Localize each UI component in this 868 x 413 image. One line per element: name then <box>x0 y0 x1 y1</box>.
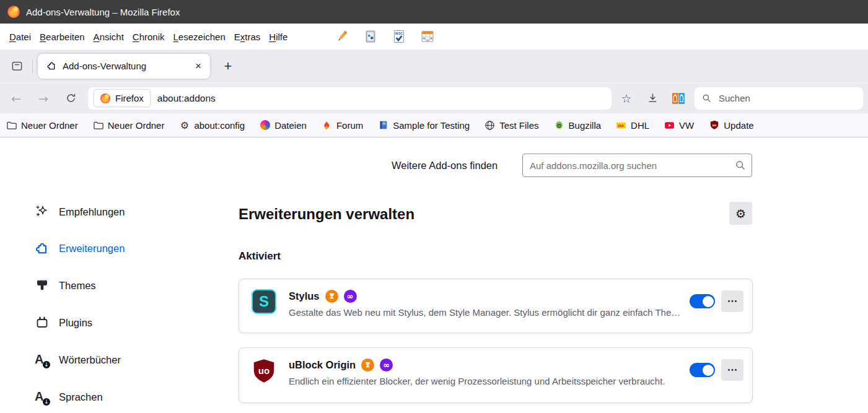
gear-icon: ⚙ <box>735 207 746 220</box>
addon-description: Endlich ein effizienter Blocker, der wen… <box>289 376 690 386</box>
forward-button[interactable]: → <box>32 88 55 109</box>
addon-more-options-button[interactable]: ••• <box>721 359 743 381</box>
bookmark-update[interactable]: uo Update <box>709 120 753 131</box>
settings-gear-button[interactable]: ⚙ <box>729 202 752 225</box>
stylus-addon-icon: S <box>252 289 276 315</box>
tab-title: Add-ons-Verwaltung <box>63 61 185 71</box>
tab-separator <box>32 59 33 73</box>
new-tab-button[interactable]: + <box>217 56 239 77</box>
menu-lesezeichen[interactable]: Lesezeichen <box>169 29 230 45</box>
bookmark-folder-1[interactable]: Neuer Ordner <box>6 120 78 131</box>
firefox-swirl-icon <box>260 120 270 131</box>
w3c-check-icon[interactable]: W3C <box>392 30 406 43</box>
tab-addons-manager[interactable]: Add-ons-Verwaltung × <box>38 54 210 79</box>
bookmark-forum[interactable]: Forum <box>322 120 363 131</box>
globe-icon <box>484 120 495 131</box>
bookmark-dateien[interactable]: Dateien <box>260 120 307 131</box>
addon-more-options-button[interactable]: ••• <box>721 290 743 312</box>
flame-icon <box>322 120 332 131</box>
addon-name: Stylus <box>289 290 320 302</box>
private-browsing-badge-icon: ∞ <box>344 290 357 303</box>
private-browsing-badge-icon: ∞ <box>380 359 393 372</box>
bookmark-vw[interactable]: VW <box>664 120 694 131</box>
firefox-view-button[interactable] <box>6 56 27 77</box>
bookmark-star-button[interactable]: ☆ <box>615 87 638 110</box>
page-title: Erweiterungen verwalten <box>239 203 414 225</box>
bookmark-folder-2[interactable]: Neuer Ordner <box>93 120 165 131</box>
book-icon <box>378 120 388 131</box>
svg-text:uo: uo <box>712 123 716 127</box>
dictionary-download-icon: A↓ <box>35 352 50 367</box>
bookmark-test-files[interactable]: Test Files <box>484 120 538 131</box>
bookmarks-toolbar: Neuer Ordner Neuer Ordner ⚙ about:config… <box>0 113 868 137</box>
tab-close-button[interactable]: × <box>190 58 206 74</box>
table-icon[interactable] <box>421 30 434 43</box>
bookmark-about-config[interactable]: ⚙ about:config <box>179 120 245 131</box>
dhl-icon: DHL <box>616 120 626 131</box>
find-addons-label: Weitere Add-ons finden <box>392 154 498 177</box>
svg-text:m: m <box>558 124 560 127</box>
downloads-button[interactable] <box>641 87 664 110</box>
sidebar-item-themes[interactable]: Themes <box>0 271 211 300</box>
sidebar-item-plugins[interactable]: Plugins <box>0 308 211 337</box>
menu-bar: Datei Bearbeiten Ansicht Chronik Lesezei… <box>0 24 868 50</box>
sparkle-icon <box>35 204 50 219</box>
clipboard-icon[interactable] <box>364 30 377 43</box>
title-bar: Add-ons-Verwaltung – Mozilla Firefox <box>0 0 868 24</box>
sidebar-item-label: Sprachen <box>59 391 103 403</box>
reload-icon <box>66 93 76 103</box>
site-identity-chip[interactable]: Firefox <box>94 90 150 107</box>
gear-icon: ⚙ <box>179 120 190 131</box>
trophy-badge-icon <box>361 359 374 372</box>
menu-chronik[interactable]: Chronik <box>128 29 169 45</box>
pencil-icon[interactable] <box>335 30 349 43</box>
menu-ansicht[interactable]: Ansicht <box>89 29 128 45</box>
batteries-extension-button[interactable] <box>667 87 690 110</box>
sidebar-item-label: Erweiterungen <box>59 243 125 254</box>
tab-bar: Add-ons-Verwaltung × + <box>0 50 868 82</box>
bug-icon: m <box>554 120 564 131</box>
reload-button[interactable] <box>59 88 82 109</box>
addon-description: Gestalte das Web neu mit Stylus, dem Sty… <box>289 307 690 318</box>
dictionary-download-icon: A↓ <box>35 389 50 404</box>
addon-name: uBlock Origin <box>289 359 356 371</box>
sidebar-item-label: Plugins <box>59 317 92 329</box>
menu-extras[interactable]: Extras <box>230 29 265 45</box>
enabled-section-label: Aktiviert <box>239 250 281 263</box>
url-bar[interactable]: Firefox about:addons <box>88 87 612 110</box>
menu-hilfe[interactable]: Hilfe <box>265 29 292 45</box>
addon-enable-toggle[interactable] <box>690 363 715 377</box>
back-button[interactable]: ← <box>5 88 27 109</box>
ublock-addon-icon: uo <box>252 358 276 384</box>
menu-bearbeiten[interactable]: Bearbeiten <box>35 29 89 45</box>
firefox-logo-icon <box>7 6 20 18</box>
toolbar-search-field[interactable] <box>695 87 863 110</box>
addons-manager-page: Weitere Add-ons finden Empfehlungen Erwe… <box>0 137 868 413</box>
bookmark-sample-for-testing[interactable]: Sample for Testing <box>378 120 470 131</box>
firefox-logo-icon <box>100 93 110 103</box>
addon-card-stylus[interactable]: S Stylus ∞ Gestalte das Web neu mit Styl… <box>239 279 753 333</box>
youtube-icon <box>664 120 675 131</box>
search-icon[interactable] <box>735 160 746 171</box>
menu-datei[interactable]: Datei <box>5 29 35 45</box>
trophy-badge-icon <box>325 290 338 303</box>
url-text: about:addons <box>157 93 216 104</box>
bookmark-bugzilla[interactable]: m Bugzilla <box>554 120 602 131</box>
folder-icon <box>93 120 103 131</box>
puzzle-icon <box>35 241 50 256</box>
svg-text:uo: uo <box>258 365 270 376</box>
addon-enable-toggle[interactable] <box>690 294 715 308</box>
addon-card-ublock-origin[interactable]: uo uBlock Origin ∞ Endlich ein effizient… <box>239 347 753 403</box>
toolbar-search-input[interactable] <box>717 92 863 104</box>
sidebar-item-label: Wörterbücher <box>59 354 121 366</box>
batteries-extension-icon <box>672 92 685 105</box>
amo-search-field <box>522 154 752 177</box>
sidebar-item-sprachen[interactable]: A↓ Sprachen <box>0 382 211 412</box>
sidebar-item-erweiterungen[interactable]: Erweiterungen <box>0 233 211 263</box>
puzzle-icon <box>46 61 57 71</box>
amo-search-input[interactable] <box>522 154 752 177</box>
bookmark-dhl[interactable]: DHL DHL <box>616 120 649 131</box>
identity-label: Firefox <box>115 93 144 103</box>
sidebar-item-woerterbuecher[interactable]: A↓ Wörterbücher <box>0 345 211 375</box>
sidebar-item-empfehlungen[interactable]: Empfehlungen <box>0 197 211 227</box>
